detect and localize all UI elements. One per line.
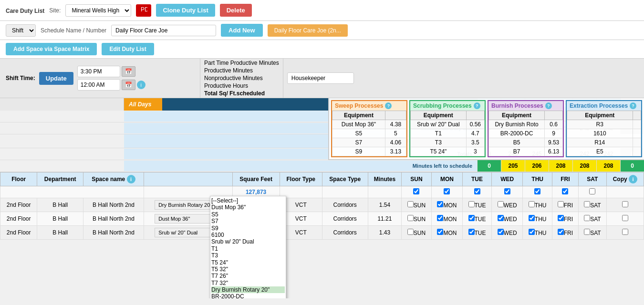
all-sun-check[interactable] bbox=[413, 188, 419, 194]
start-time-input[interactable] bbox=[77, 66, 120, 77]
sweep-equip-3: S7 bbox=[332, 138, 385, 147]
sweep-row-1: Dust Mop 36"4.38 bbox=[332, 120, 406, 129]
extract-val-header bbox=[633, 111, 641, 120]
all-thu-check[interactable] bbox=[534, 188, 540, 194]
row-floor: 2nd Floor bbox=[0, 226, 37, 240]
scrub-table: Equipment Srub w/ 20" Dual0.56 T14.7 T33… bbox=[410, 111, 485, 156]
cb-sat-1[interactable] bbox=[584, 215, 590, 221]
burnish-equip-4: B7 bbox=[489, 147, 545, 156]
th-floortype: Floor Type bbox=[280, 173, 322, 186]
burnish-table: Equipment Dry Burnish Roto0.6 BR-2000-DC… bbox=[488, 111, 563, 156]
update-button[interactable]: Update bbox=[39, 72, 73, 85]
all-fri-check[interactable] bbox=[562, 188, 568, 194]
add-new-button[interactable]: Add New bbox=[221, 24, 263, 37]
total-sq-row: 127,873 bbox=[0, 186, 644, 198]
th-floor: Floor bbox=[0, 173, 37, 186]
scrub-val-3: 3.5 bbox=[466, 138, 484, 147]
cb-wed-0[interactable] bbox=[498, 201, 504, 207]
clone-duty-button[interactable]: Clone Duty List bbox=[156, 4, 215, 17]
pdf-button[interactable]: PDF bbox=[136, 4, 151, 17]
schedule-name-input[interactable] bbox=[111, 25, 216, 36]
table-row: 2nd Floor B Hall B Hall North 2nd [--Sel… bbox=[0, 212, 644, 226]
scrub-row-1: Srub w/ 20" Dual0.56 bbox=[411, 120, 485, 129]
cb-mon-1[interactable] bbox=[437, 215, 443, 221]
equipment-dropdown[interactable]: [--Select--]Dust Mop 36"S5S7S96100Srub w… bbox=[210, 196, 286, 298]
cb-wed-2[interactable] bbox=[498, 229, 504, 235]
burnish-help-icon[interactable]: ? bbox=[545, 102, 552, 109]
table-row: 2nd Floor B Hall B Hall North 2nd [--Sel… bbox=[0, 226, 644, 240]
space-info-icon[interactable]: i bbox=[127, 175, 135, 183]
row-copy[interactable] bbox=[606, 198, 644, 212]
all-sat-check[interactable] bbox=[589, 188, 595, 194]
row-spacetype: Corridors bbox=[322, 212, 368, 226]
cb-sun-2[interactable] bbox=[407, 229, 414, 235]
row-fri: FRI bbox=[552, 198, 578, 212]
cb-thu-2[interactable] bbox=[529, 229, 535, 235]
delete-button[interactable]: Delete bbox=[220, 4, 252, 17]
burnish-panel: Burnish Processes ? Equipment Dry Burnis… bbox=[488, 100, 564, 157]
row-copy[interactable] bbox=[606, 226, 644, 240]
row-copy[interactable] bbox=[606, 212, 644, 226]
row-space: B Hall North 2nd bbox=[83, 212, 144, 226]
minutes-left-row: Minutes left to schedule 0 205 206 208 2… bbox=[0, 160, 644, 172]
th-sqft: Square Feet bbox=[232, 173, 280, 186]
edit-duty-button[interactable]: Edit Duty List bbox=[102, 43, 154, 55]
extract-help-icon[interactable]: ? bbox=[630, 102, 636, 109]
copy-check-1[interactable] bbox=[622, 215, 628, 221]
cb-tue-2[interactable] bbox=[468, 229, 475, 235]
equipment-dropdown-overlay: [--Select--]Dust Mop 36"S5S7S96100Srub w… bbox=[210, 196, 286, 298]
process-panels: Sweep Processes ? Equipment Dust Mop 36"… bbox=[328, 98, 644, 160]
copy-check-2[interactable] bbox=[622, 229, 628, 235]
all-wed-check[interactable] bbox=[504, 188, 510, 194]
cb-sun-1[interactable] bbox=[407, 215, 414, 221]
extract-equip-2: 1610 bbox=[567, 129, 633, 138]
sweep-equip-2: S5 bbox=[332, 129, 385, 138]
row-mon: MON bbox=[431, 212, 463, 226]
page-title: Care Duty List bbox=[6, 5, 44, 15]
cb-sun-0[interactable] bbox=[407, 201, 414, 207]
cb-thu-1[interactable] bbox=[529, 215, 535, 221]
left-thu: 208 bbox=[572, 160, 596, 172]
total-sq-label-cell bbox=[0, 186, 144, 198]
sweep-val-3: 4.06 bbox=[385, 138, 406, 147]
cb-sat-2[interactable] bbox=[584, 229, 590, 235]
cb-fri-2[interactable] bbox=[558, 229, 564, 235]
cb-tue-1[interactable] bbox=[468, 215, 475, 221]
cb-thu-0[interactable] bbox=[529, 201, 535, 207]
row-minutes: 1.43 bbox=[368, 226, 402, 240]
site-select[interactable]: Mineral Wells High bbox=[65, 4, 131, 17]
daily-floor-button[interactable]: Daily Floor Care Joe (2n... bbox=[268, 24, 348, 37]
all-mon-check[interactable] bbox=[444, 188, 450, 194]
equipment-select[interactable]: [--Select--]Dust Mop 36"S5S7S96100Srub w… bbox=[210, 196, 286, 298]
scrub-title: Scrubbing Processes bbox=[413, 102, 472, 109]
cb-sat-0[interactable] bbox=[584, 201, 590, 207]
left-tue: 206 bbox=[525, 160, 549, 172]
end-time-info-icon[interactable]: i bbox=[137, 81, 145, 89]
start-time-calendar-icon[interactable]: 📅 bbox=[122, 66, 135, 77]
add-space-button[interactable]: Add Space via Space Matrix bbox=[6, 43, 97, 55]
sweep-table: Equipment Dust Mop 36"4.38 S55 S74.06 S9… bbox=[332, 111, 406, 156]
cb-fri-0[interactable] bbox=[558, 201, 564, 207]
role-input[interactable] bbox=[287, 72, 354, 84]
scrub-panel: Scrubbing Processes ? Equipment Srub w/ … bbox=[409, 100, 486, 157]
cb-tue-0[interactable] bbox=[468, 201, 475, 207]
cb-fri-1[interactable] bbox=[558, 215, 564, 221]
end-time-calendar-icon[interactable]: 📅 bbox=[122, 80, 135, 90]
shift-select[interactable]: Shift bbox=[6, 24, 36, 37]
part-time-label: Part Time Productive Minutes bbox=[204, 60, 279, 66]
sweep-help-icon[interactable]: ? bbox=[385, 102, 392, 109]
th-space: Space name i bbox=[83, 173, 144, 186]
copy-info-icon[interactable]: i bbox=[629, 175, 637, 183]
cb-mon-0[interactable] bbox=[437, 201, 443, 207]
sweep-panel: Sweep Processes ? Equipment Dust Mop 36"… bbox=[331, 100, 407, 157]
cb-mon-2[interactable] bbox=[437, 229, 443, 235]
copy-check-0[interactable] bbox=[622, 201, 628, 207]
row-floor: 2nd Floor bbox=[0, 198, 37, 212]
scrub-help-icon[interactable]: ? bbox=[474, 102, 480, 109]
row-dept: B Hall bbox=[37, 198, 83, 212]
extract-val-1 bbox=[633, 120, 641, 129]
all-tue-check[interactable] bbox=[474, 188, 480, 194]
space-table-container: Floor Department Space name i Square Fee… bbox=[0, 172, 644, 298]
cb-wed-1[interactable] bbox=[498, 215, 504, 221]
end-time-input[interactable] bbox=[77, 79, 120, 91]
